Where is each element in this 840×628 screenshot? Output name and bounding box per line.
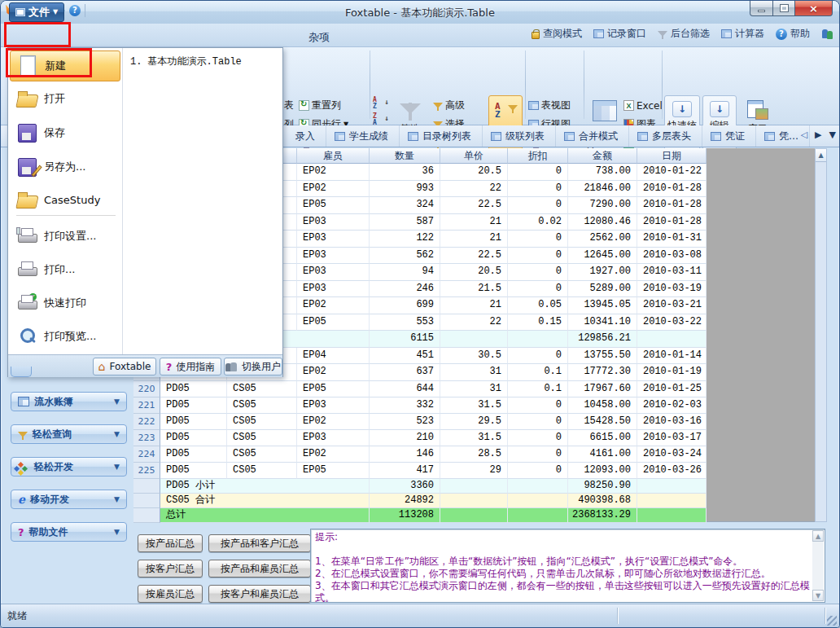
table-cell[interactable]: 644 [370, 381, 440, 397]
menu-item-6[interactable]: 打印... [10, 253, 120, 287]
summary-button[interactable]: 按产品和雇员汇总 [208, 560, 311, 577]
sidebar-button[interactable]: ?帮助文件▼ [11, 522, 127, 542]
table-cell[interactable]: 324 [370, 197, 440, 214]
table-cell[interactable]: PD05 [160, 446, 227, 463]
vertical-scrollbar[interactable]: ▲ [815, 148, 827, 522]
menu-item-2[interactable]: 保存 [10, 116, 120, 150]
table-cell[interactable]: 2010-01-31 [637, 231, 707, 248]
table-row[interactable]: 220PD05CS05EP05644310.117967.602010-01-2… [133, 381, 707, 397]
summary-button[interactable]: 按客户和雇员汇总 [208, 585, 311, 603]
menu-item-3[interactable]: 另存为... [10, 150, 120, 184]
window-tab[interactable]: 学生成绩 [326, 125, 400, 147]
window-tab[interactable]: 录入 [287, 125, 326, 147]
table-cell[interactable]: 2010-01-22 [637, 164, 707, 181]
table-cell[interactable]: 2010-03-22 [637, 314, 707, 332]
table-cell[interactable]: 31 [440, 364, 508, 381]
table-cell[interactable]: 13755.50 [568, 348, 637, 365]
table-cell[interactable]: 0 [508, 248, 568, 265]
table-cell[interactable]: EP03 [297, 248, 370, 265]
table-cell[interactable]: 12093.00 [568, 463, 637, 479]
table-cell[interactable]: EP02 [297, 181, 370, 198]
table-cell[interactable]: 2010-03-24 [637, 446, 707, 463]
table-cell[interactable]: 29.5 [440, 414, 508, 430]
menu-item-1[interactable]: 打开 [10, 81, 120, 116]
column-header[interactable]: 单价 [440, 148, 508, 164]
table-cell[interactable]: 553 [370, 314, 440, 332]
table-cell[interactable] [133, 494, 160, 508]
table-cell[interactable]: PD05 [160, 430, 227, 446]
table-cell[interactable] [440, 508, 508, 523]
table-cell[interactable]: 17772.30 [568, 364, 637, 381]
table-cell[interactable]: 0 [508, 264, 568, 281]
excel-button[interactable]: XExcel [623, 96, 663, 115]
table-cell[interactable]: EP05 [297, 314, 370, 332]
ribbon-quick-item[interactable]: 记录窗口 [593, 27, 646, 41]
table-cell[interactable]: 5289.00 [568, 281, 637, 298]
table-cell[interactable]: 2010-03-26 [637, 463, 707, 479]
table-cell[interactable]: 0 [508, 430, 568, 446]
scroll-up-icon[interactable]: ▲ [816, 149, 826, 162]
table-cell[interactable] [508, 494, 568, 508]
table-cell[interactable]: 637 [370, 364, 440, 381]
table-cell[interactable]: PD05 [160, 463, 227, 479]
table-cell[interactable] [440, 331, 508, 348]
tab-list-icon[interactable]: ▼ [829, 130, 836, 140]
summary-button[interactable]: 按雇员汇总 [138, 585, 203, 603]
recent-file-item[interactable]: 1. 基本功能演示.Table [130, 55, 242, 68]
table-cell[interactable]: 2010-01-28 [637, 181, 707, 198]
table-cell[interactable] [637, 494, 707, 508]
table-cell[interactable]: 223 [133, 430, 160, 446]
table-cell[interactable]: CS05 [227, 414, 297, 430]
table-cell[interactable]: EP05 [297, 381, 370, 397]
table-cell[interactable] [637, 479, 707, 494]
column-header[interactable]: 折扣 [508, 148, 568, 164]
table-cell[interactable]: 2010-01-28 [637, 197, 707, 214]
table-cell[interactable] [440, 479, 508, 494]
table-cell[interactable]: EP03 [297, 231, 370, 248]
sidebar-button[interactable]: 轻松查询▼ [11, 424, 127, 444]
table-cell[interactable]: 94 [370, 264, 440, 281]
table-cell[interactable]: 246 [370, 281, 440, 298]
table-cell[interactable]: 0 [508, 281, 568, 298]
scroll-down-icon[interactable]: ▼ [812, 590, 824, 601]
summary-button[interactable]: 按客户汇总 [138, 560, 203, 577]
summary-button[interactable]: 按产品和客户汇总 [208, 534, 311, 552]
table-cell[interactable]: 22 [440, 314, 508, 332]
table-cell[interactable]: 0.15 [508, 314, 568, 332]
table-cell[interactable]: 21 [440, 297, 508, 314]
tab-next-icon[interactable]: ▶ [815, 130, 821, 140]
table-cell[interactable]: 222 [133, 414, 160, 430]
table-cell[interactable]: 22.5 [440, 248, 508, 265]
table-cell[interactable]: 2010-03-16 [637, 414, 707, 430]
table-cell[interactable]: 417 [370, 463, 440, 479]
table-cell[interactable] [133, 479, 160, 494]
table-cell[interactable]: 0.02 [508, 214, 568, 231]
menu-item-5[interactable]: 打印设置... [10, 220, 120, 253]
resize-grip[interactable] [827, 616, 837, 626]
table-cell[interactable]: 12080.46 [568, 214, 637, 231]
table-cell[interactable]: CS05 [227, 430, 297, 446]
close-button[interactable]: × [795, 1, 833, 16]
table-cell[interactable]: 31.5 [440, 397, 508, 414]
table-cell[interactable]: 0 [508, 164, 568, 181]
table-cell[interactable]: 0 [508, 463, 568, 479]
table-cell[interactable]: 993 [370, 181, 440, 198]
table-cell[interactable]: 3360 [370, 479, 440, 494]
table-cell[interactable]: 0.1 [508, 381, 568, 397]
partially-hidden-button[interactable] [11, 367, 32, 377]
ribbon-quick-item[interactable] [821, 29, 834, 39]
table-cell[interactable]: 13945.05 [568, 297, 637, 314]
table-cell[interactable]: 24892 [370, 494, 440, 508]
ribbon-tab-misc[interactable]: 杂项 [299, 27, 339, 46]
table-cell[interactable]: 7290.00 [568, 197, 637, 214]
table-view-button[interactable]: 表视图 [528, 96, 571, 115]
table-cell[interactable]: 17967.60 [568, 381, 637, 397]
menu-item-8[interactable]: 打印预览... [10, 319, 120, 354]
table-cell[interactable]: EP04 [297, 348, 370, 365]
user-guide-button[interactable]: ?使用指南 [160, 358, 221, 375]
ribbon-quick-item[interactable]: 查阅模式 [532, 27, 582, 41]
table-row[interactable]: CS05 合计24892490398.68 [133, 494, 707, 508]
table-cell[interactable]: 21 [440, 231, 508, 248]
ribbon-quick-item[interactable]: 计算器 [721, 27, 764, 41]
table-cell[interactable]: 12645.00 [568, 248, 637, 265]
